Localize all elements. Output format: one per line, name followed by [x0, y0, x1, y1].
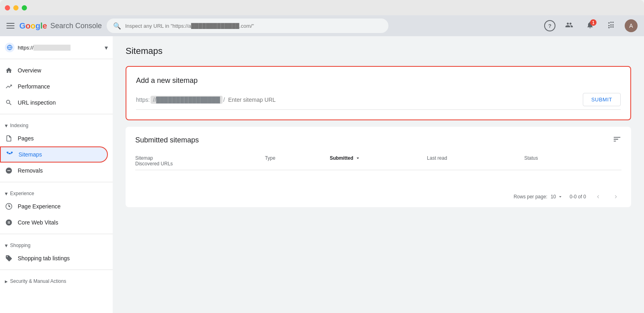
submitted-sitemaps-header: Submitted sitemaps	[126, 127, 631, 146]
security-collapse-icon: ▸	[5, 278, 8, 284]
app-logo: Google Search Console	[19, 21, 102, 31]
avatar[interactable]: A	[625, 19, 638, 32]
minimize-button[interactable]	[13, 5, 19, 10]
site-selector[interactable]: https://██████████ ▾	[0, 36, 113, 59]
sidebar-item-pages[interactable]: Pages	[0, 130, 108, 146]
topbar-actions: ? 1	[544, 19, 638, 33]
pagination-info: 0-0 of 0	[570, 194, 586, 200]
help-button[interactable]: ?	[544, 20, 555, 31]
sidebar-item-shopping-tab-label: Shopping tab listings	[18, 255, 70, 262]
divider-4	[0, 270, 113, 270]
col-status: Status	[524, 155, 621, 161]
col-sitemap: Sitemap	[135, 155, 265, 161]
sitemap-input-row: https: //████████████████ / SUBMIT	[136, 93, 621, 110]
sidebar-item-url-inspection[interactable]: URL inspection	[0, 95, 108, 111]
sidebar-item-performance[interactable]: Performance	[0, 78, 108, 95]
sitemap-url-input[interactable]	[225, 95, 576, 105]
google-letter-o1: o	[26, 21, 31, 30]
sidebar-item-url-inspection-label: URL inspection	[18, 99, 56, 106]
sidebar-item-removals[interactable]: Removals	[0, 163, 108, 179]
submit-button[interactable]: SUBMIT	[583, 93, 621, 106]
pagination-prev-button[interactable]	[592, 191, 604, 202]
divider-2	[0, 182, 113, 182]
col-discovered-urls: Discovered URLs	[135, 161, 265, 167]
submitted-sitemaps-title: Submitted sitemaps	[135, 136, 199, 144]
table-footer: Rows per page: 10 0-0 of 0	[126, 186, 631, 207]
table-body	[135, 170, 621, 186]
sidebar-item-shopping-tab[interactable]: Shopping tab listings	[0, 250, 108, 266]
url-search-icon	[5, 99, 13, 106]
page-experience-icon	[5, 203, 13, 210]
site-url-label: https://██████████	[18, 45, 101, 51]
site-icon	[5, 43, 14, 52]
sidebar-item-sitemaps[interactable]: Sitemaps	[0, 146, 108, 163]
svg-rect-1	[7, 152, 9, 153]
google-letter-e: e	[43, 21, 47, 30]
page-title: Sitemaps	[126, 46, 631, 56]
rows-per-page-value: 10	[551, 194, 556, 200]
core-web-vitals-icon	[5, 219, 13, 226]
maximize-button[interactable]	[22, 5, 27, 10]
help-icon: ?	[548, 23, 551, 29]
add-sitemap-card: Add a new sitemap https: //█████████████…	[126, 66, 631, 120]
main-layout: https://██████████ ▾ Overview Performanc…	[0, 36, 644, 313]
sidebar-item-page-experience-label: Page Experience	[18, 203, 61, 210]
dropdown-icon: ▾	[105, 44, 108, 51]
apps-icon	[607, 21, 615, 31]
col-last-read: Last read	[427, 155, 524, 161]
pagination-next-button[interactable]	[610, 191, 621, 202]
url-prefix: https:	[136, 97, 150, 103]
shopping-tag-icon	[5, 255, 13, 262]
col-type: Type	[265, 155, 330, 161]
search-icon: 🔍	[113, 22, 121, 30]
security-section-header[interactable]: ▸ Security & Manual Actions	[0, 273, 113, 286]
url-inspect-searchbar[interactable]: 🔍	[107, 19, 388, 33]
divider-1	[0, 114, 113, 114]
google-letter-o2: o	[31, 21, 35, 30]
experience-section-header[interactable]: ▾ Experience	[0, 185, 113, 198]
apps-button[interactable]	[604, 19, 618, 33]
sidebar-item-overview[interactable]: Overview	[0, 62, 108, 78]
indexing-section-header[interactable]: ▾ Indexing	[0, 117, 113, 130]
sidebar-item-sitemaps-label: Sitemaps	[19, 151, 42, 158]
rows-per-page-selector[interactable]: 10	[551, 194, 563, 200]
url-blurred: //████████████████	[151, 96, 222, 104]
shopping-section-header[interactable]: ▾ Shopping	[0, 237, 113, 250]
sidebar-item-page-experience[interactable]: Page Experience	[0, 198, 108, 214]
close-button[interactable]	[5, 5, 10, 10]
pages-icon	[5, 135, 13, 142]
trending-up-icon	[5, 83, 13, 90]
shopping-collapse-icon: ▾	[5, 242, 8, 249]
google-letter-g: G	[19, 21, 26, 30]
experience-collapse-icon: ▾	[5, 190, 8, 197]
notification-wrapper[interactable]: 1	[583, 19, 597, 33]
admin-button[interactable]	[562, 19, 576, 33]
sitemaps-table: Sitemap Type Submitted Last read Status …	[126, 152, 631, 186]
app-name-label: Search Console	[50, 22, 102, 30]
rows-per-page: Rows per page: 10	[514, 194, 563, 200]
google-letter-g2: g	[35, 21, 40, 30]
collapse-icon: ▾	[5, 122, 8, 129]
shopping-label: Shopping	[10, 243, 31, 248]
sitemaps-icon	[6, 151, 14, 158]
sidebar-item-performance-label: Performance	[18, 83, 50, 90]
sidebar: https://██████████ ▾ Overview Performanc…	[0, 36, 113, 313]
hamburger-menu-icon[interactable]	[6, 22, 14, 30]
sidebar-item-removals-label: Removals	[18, 167, 43, 174]
admin-icon	[565, 21, 573, 31]
indexing-label: Indexing	[10, 123, 28, 128]
sidebar-item-core-web-vitals[interactable]: Core Web Vitals	[0, 214, 108, 231]
chrome-bar: Google Search Console 🔍 ?	[0, 15, 644, 36]
add-sitemap-title: Add a new sitemap	[136, 76, 621, 85]
removals-icon	[5, 167, 13, 174]
divider-3	[0, 234, 113, 234]
filter-icon[interactable]	[613, 135, 621, 146]
sidebar-item-pages-label: Pages	[18, 135, 34, 142]
content-area: Sitemaps Add a new sitemap https: //████…	[113, 36, 644, 313]
experience-label: Experience	[10, 191, 34, 196]
sidebar-item-overview-label: Overview	[18, 67, 41, 74]
security-label: Security & Manual Actions	[10, 278, 66, 284]
col-submitted[interactable]: Submitted	[330, 155, 427, 161]
home-icon	[5, 67, 13, 74]
url-inspect-input[interactable]	[125, 23, 382, 29]
